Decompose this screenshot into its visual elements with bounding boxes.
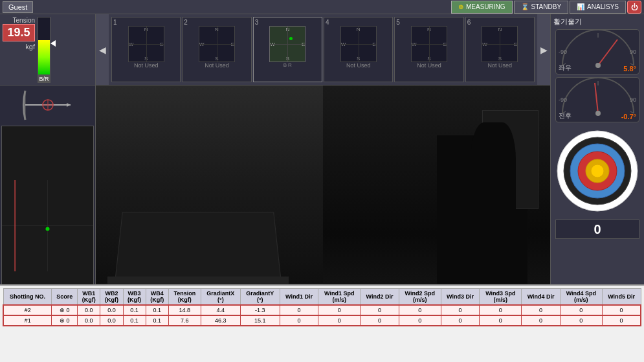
wind-next-btn[interactable]: ▶ bbox=[537, 14, 550, 85]
not-used-2: Not Used bbox=[205, 62, 229, 69]
col-wind2-dir: Wind2 Dir bbox=[361, 289, 399, 306]
hourglass-icon: ⌛ bbox=[521, 3, 529, 10]
col-wind3-dir: Wind3 Dir bbox=[441, 289, 480, 306]
compass-5: N S E W bbox=[411, 26, 447, 62]
svg-point-14 bbox=[595, 63, 601, 68]
col-wb4: WB4(Kgf) bbox=[146, 289, 168, 306]
cell-no: #1 bbox=[3, 315, 52, 326]
col-score: Score bbox=[52, 289, 78, 306]
power-btn[interactable]: ⏻ bbox=[627, 1, 641, 14]
front-back-dial: -90 90 전후 -0.7° bbox=[555, 77, 639, 122]
wind-sensor-5: 5 N S E W Not Used bbox=[394, 17, 463, 82]
col-grady: GradiantY(°) bbox=[240, 289, 280, 306]
svg-point-9 bbox=[45, 227, 49, 231]
cell-w4d: 0 bbox=[522, 315, 561, 326]
wind-sensor-1: 1 N S E W Not Used bbox=[111, 17, 181, 82]
wind-sensor-3: 3 N S E W BR bbox=[253, 17, 322, 82]
data-table: Shotting NO. Score WB1(Kgf) WB2(Kgf) WB3… bbox=[3, 288, 641, 326]
top-bar: Guest ⊕ MEASURING ⌛ STANDBY 📊 ANALISYS ⏻ bbox=[0, 0, 644, 14]
cell-wb3: 0.1 bbox=[123, 315, 146, 326]
cell-w3s: 0 bbox=[480, 315, 522, 326]
standby-label: STANDBY bbox=[531, 3, 562, 10]
cell-tension: 14.8 bbox=[168, 305, 201, 315]
cell-w1s: 0 bbox=[318, 305, 361, 315]
fb-left-label: -90 bbox=[559, 96, 567, 103]
target-display bbox=[555, 129, 639, 213]
sensor-4-number: 4 bbox=[326, 19, 329, 26]
cell-gradx: 46.3 bbox=[201, 315, 240, 326]
lr-direction-label: 좌우 bbox=[559, 63, 572, 73]
cell-w4s: 0 bbox=[560, 315, 602, 326]
analysis-btn[interactable]: 📊 ANALISYS bbox=[570, 1, 626, 14]
measuring-btn[interactable]: ⊕ MEASURING bbox=[451, 1, 513, 14]
cell-wb2: 0.0 bbox=[100, 315, 123, 326]
compass-6: N S E W bbox=[482, 26, 518, 62]
cell-w2d: 0 bbox=[361, 305, 399, 315]
sensor-3-number: 3 bbox=[255, 19, 259, 26]
br-label: B/R bbox=[38, 75, 50, 83]
archery-icon-area bbox=[0, 85, 95, 124]
not-used-5: Not Used bbox=[417, 62, 441, 69]
fb-direction-label: 전후 bbox=[559, 111, 572, 120]
fb-right-label: 90 bbox=[630, 96, 636, 103]
wind-prev-btn[interactable]: ◀ bbox=[96, 14, 109, 85]
svg-line-18 bbox=[595, 83, 598, 113]
gauge-fill bbox=[38, 40, 50, 74]
cell-w5d: 0 bbox=[602, 315, 641, 326]
col-wind1-spd: Wind1 Spd(m/s) bbox=[318, 289, 361, 306]
cell-w4s: 0 bbox=[560, 305, 602, 315]
col-gradx: GradiantX(°) bbox=[201, 289, 240, 306]
svg-point-25 bbox=[591, 164, 604, 177]
tension-section: Tension 19.5 kgf B/R bbox=[0, 14, 95, 85]
tension-unit: kgf bbox=[25, 43, 35, 51]
col-wind4-dir: Wind4 Dir bbox=[522, 289, 561, 306]
compass-2: N S E W bbox=[199, 26, 235, 62]
standby-btn[interactable]: ⌛ STANDBY bbox=[514, 1, 569, 14]
compass-3: N S E W bbox=[269, 26, 305, 62]
not-used-1: Not Used bbox=[134, 62, 159, 69]
cell-w1d: 0 bbox=[280, 315, 318, 326]
grid-lines-1h bbox=[129, 44, 164, 45]
col-wb3: WB3(Kgf) bbox=[123, 289, 146, 306]
gauge-bar bbox=[38, 17, 50, 75]
col-wind2-spd: Wind2 Spd(m/s) bbox=[399, 289, 441, 306]
cell-w3d: 0 bbox=[441, 305, 480, 315]
tension-label: Tension bbox=[13, 17, 35, 24]
table-row[interactable]: #1 ⊗ 0 0.0 0.0 0.1 0.1 7.6 46.3 15.1 0 0… bbox=[3, 315, 641, 326]
gauge-wrapper: B/R bbox=[38, 17, 50, 83]
cell-w3s: 0 bbox=[480, 305, 522, 315]
fb-value: -0.7° bbox=[621, 113, 636, 120]
svg-line-13 bbox=[598, 40, 617, 65]
cell-w1d: 0 bbox=[280, 305, 318, 315]
cell-w4d: 0 bbox=[522, 305, 561, 315]
col-wind1-dir: Wind1 Dir bbox=[280, 289, 318, 306]
tension-info: Tension 19.5 kgf bbox=[3, 17, 35, 51]
lr-right-label: 90 bbox=[630, 49, 636, 55]
wind-sensor-4: 4 N S E W Not Used bbox=[324, 17, 393, 82]
cell-wb4: 0.1 bbox=[146, 305, 168, 315]
compass-1: N S E W bbox=[128, 26, 164, 62]
gauge-arrow bbox=[50, 40, 56, 47]
not-used-4: Not Used bbox=[346, 62, 371, 69]
cell-grady: -1.3 bbox=[240, 305, 280, 315]
analysis-label: ANALISYS bbox=[587, 3, 619, 10]
table-row[interactable]: #2 ⊗ 0 0.0 0.0 0.1 0.1 14.8 4.4 -1.3 0 0… bbox=[3, 305, 641, 315]
score-display: 0 bbox=[555, 220, 639, 239]
tension-value: 19.5 bbox=[3, 24, 35, 41]
sensor-5-number: 5 bbox=[396, 19, 400, 26]
score-value: 0 bbox=[594, 222, 601, 237]
wind-sensors-row: ◀ 1 N S E W Not Used bbox=[96, 14, 550, 85]
cell-score-icon: ⊗ 0 bbox=[52, 305, 78, 315]
cell-w2d: 0 bbox=[361, 315, 399, 326]
cell-grady: 15.1 bbox=[240, 315, 280, 326]
sensor-6-number: 6 bbox=[467, 19, 471, 26]
wind-sensor-2: 2 N S E W Not Used bbox=[182, 17, 251, 82]
cell-gradx: 4.4 bbox=[201, 305, 240, 315]
cell-wb4: 0.1 bbox=[146, 315, 168, 326]
cell-w1s: 0 bbox=[318, 315, 361, 326]
svg-point-19 bbox=[595, 111, 601, 116]
cell-w5d: 0 bbox=[602, 305, 641, 315]
wind-sensors-container: 1 N S E W Not Used 2 bbox=[109, 14, 537, 85]
col-tension: Tension(Kgf) bbox=[168, 289, 201, 306]
cell-w2s: 0 bbox=[399, 315, 441, 326]
